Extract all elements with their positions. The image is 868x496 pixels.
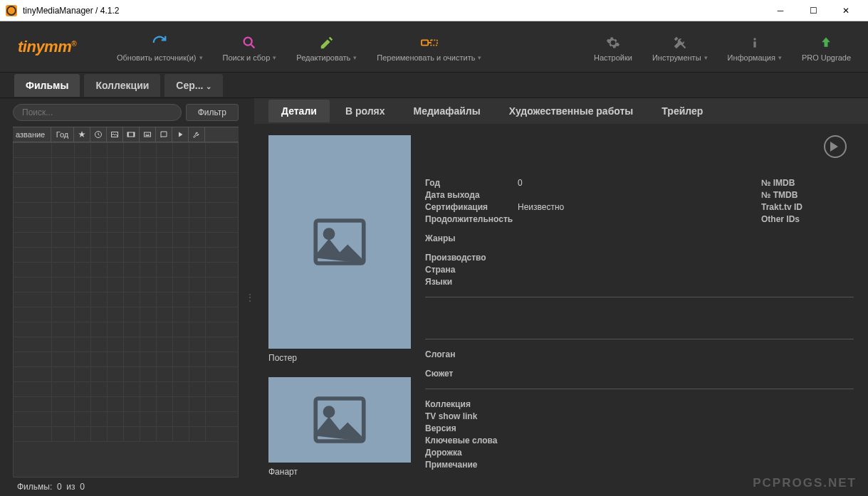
table-row[interactable]: [14, 158, 238, 173]
table-row[interactable]: [14, 337, 238, 352]
table-row[interactable]: [14, 173, 238, 188]
tab-cast[interactable]: В ролях: [333, 100, 398, 122]
status-bar: Фильмы: 0 из 0: [13, 477, 239, 496]
col-title[interactable]: азвание: [13, 127, 51, 142]
col-video[interactable]: [172, 127, 189, 142]
watermark: PCPROGS.NET: [753, 476, 857, 490]
upgrade-button[interactable]: PRO Upgrade: [792, 21, 861, 72]
tab-movies[interactable]: Фильмы: [14, 74, 80, 97]
fanart-label: Фанарт: [268, 467, 411, 477]
col-year[interactable]: Год: [51, 127, 74, 142]
svg-rect-5: [753, 41, 755, 47]
col-trailer[interactable]: [123, 127, 140, 142]
tab-artwork[interactable]: Художественные работы: [496, 100, 647, 122]
info-button[interactable]: Информация▾: [718, 21, 792, 72]
imdb-label: № IMDB: [761, 178, 854, 188]
svg-rect-2: [422, 40, 428, 45]
tools-button[interactable]: Инструменты▾: [642, 21, 718, 72]
info-icon: [748, 32, 762, 53]
table-row[interactable]: [14, 292, 238, 307]
table-row[interactable]: [14, 307, 238, 322]
table-row[interactable]: [14, 278, 238, 292]
logo: tinymm®: [7, 38, 107, 56]
showlink-label: TV show link: [425, 411, 518, 421]
set-label: Коллекция: [425, 399, 518, 409]
search-scrape-button[interactable]: Поиск и сбор▾: [213, 21, 287, 72]
cert-value: Неизвестно: [518, 202, 564, 212]
fanart-thumbnail[interactable]: [268, 377, 411, 463]
edition-label: Версия: [425, 423, 518, 433]
table-row[interactable]: [14, 143, 238, 158]
table-row[interactable]: [14, 248, 238, 263]
col-nfo[interactable]: [90, 127, 107, 142]
movie-table[interactable]: document.write(Array.from({length:20}).m…: [13, 142, 239, 477]
runtime-label: Продолжительность: [425, 214, 518, 224]
svg-point-15: [325, 408, 333, 416]
titlebar: tinyMediaManager / 4.1.2 ─ ☐ ✕: [0, 0, 868, 21]
edit-icon: [319, 32, 335, 53]
close-button[interactable]: ✕: [830, 0, 862, 21]
edit-button[interactable]: Редактировать▾: [286, 21, 367, 72]
minimize-button[interactable]: ─: [764, 0, 797, 21]
col-images[interactable]: [107, 127, 123, 142]
svg-rect-11: [145, 132, 151, 137]
svg-rect-8: [128, 132, 134, 137]
maximize-button[interactable]: ☐: [797, 0, 830, 21]
table-row[interactable]: [14, 412, 238, 427]
table-row[interactable]: [14, 322, 238, 337]
settings-button[interactable]: Настройки: [584, 21, 642, 72]
poster-thumbnail[interactable]: [268, 135, 411, 349]
svg-point-0: [7, 6, 16, 15]
search-input[interactable]: [13, 104, 182, 121]
upgrade-icon: [819, 32, 833, 53]
lang-label: Языки: [425, 277, 518, 287]
tab-media[interactable]: Медиафайлы: [401, 100, 493, 122]
tab-trailer[interactable]: Трейлер: [649, 100, 716, 122]
rename-clean-button[interactable]: Переименовать и очистить▾: [367, 21, 491, 72]
year-label: Год: [425, 178, 518, 188]
col-edit[interactable]: [189, 127, 205, 142]
tab-moviesets[interactable]: Коллекции: [84, 74, 160, 97]
table-row[interactable]: [14, 352, 238, 367]
path-label: Дорожка: [425, 448, 518, 458]
svg-point-13: [325, 230, 333, 238]
table-header: азвание Год: [13, 127, 239, 142]
genres-label: Жанры: [425, 233, 518, 243]
app-icon: [6, 5, 17, 16]
country-label: Страна: [425, 265, 518, 275]
plot-label: Сюжет: [425, 369, 518, 379]
play-button[interactable]: [824, 135, 847, 158]
splitter[interactable]: ⋮: [246, 98, 254, 496]
tab-series[interactable]: Сер...⌄: [164, 74, 223, 97]
refresh-icon: [152, 32, 167, 53]
window-title: tinyMediaManager / 4.1.2: [23, 6, 764, 16]
studio-label: Производство: [425, 253, 518, 263]
table-row[interactable]: [14, 427, 238, 442]
note-label: Примечание: [425, 460, 518, 470]
svg-point-4: [753, 38, 755, 40]
table-row[interactable]: [14, 203, 238, 218]
table-row[interactable]: [14, 382, 238, 397]
tools-icon: [673, 32, 687, 53]
tab-details[interactable]: Детали: [268, 100, 330, 122]
release-label: Дата выхода: [425, 190, 518, 200]
tmdb-label: № TMDB: [761, 190, 854, 200]
table-row[interactable]: [14, 233, 238, 248]
table-row[interactable]: [14, 397, 238, 412]
col-subs[interactable]: [140, 127, 156, 142]
poster-label: Постер: [268, 353, 411, 363]
trakt-label: Trakt.tv ID: [761, 202, 854, 212]
update-sources-button[interactable]: Обновить источник(и)▾: [107, 21, 213, 72]
col-watched[interactable]: [156, 127, 172, 142]
filter-button[interactable]: Фильтр: [186, 104, 239, 121]
detail-panel: Детали В ролях Медиафайлы Художественные…: [254, 98, 868, 496]
table-row[interactable]: [14, 188, 238, 203]
main-toolbar: tinymm® Обновить источник(и)▾ Поиск и сб…: [0, 21, 868, 73]
other-label: Other IDs: [761, 214, 854, 224]
col-rating[interactable]: [74, 127, 90, 142]
table-row[interactable]: [14, 218, 238, 233]
table-row[interactable]: [14, 367, 238, 382]
table-row[interactable]: [14, 263, 238, 278]
svg-point-1: [244, 37, 252, 45]
tags-label: Ключевые слова: [425, 436, 518, 445]
